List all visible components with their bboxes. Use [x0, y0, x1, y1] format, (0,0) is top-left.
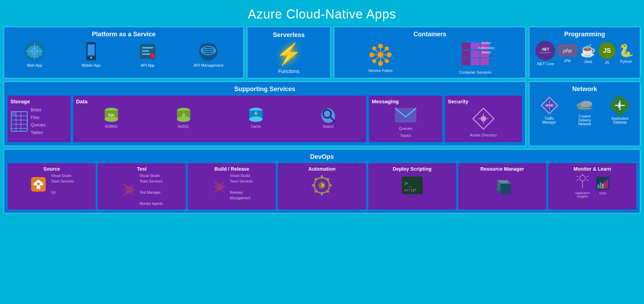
build-release-title: Build / Release [215, 166, 250, 172]
svg-rect-122 [606, 179, 608, 188]
devops-panel: DevOps Source Visual Studio Team Service… [3, 149, 641, 214]
svg-line-113 [577, 179, 578, 180]
svg-rect-49 [11, 112, 16, 116]
lightning-icon: ⚡ [276, 42, 302, 66]
svg-rect-5 [88, 44, 95, 55]
source-item: Source Visual Studio Team Services Git [8, 163, 96, 209]
svg-rect-8 [142, 47, 153, 49]
svg-rect-99 [326, 177, 330, 181]
svg-point-6 [90, 57, 92, 59]
svg-rect-120 [602, 183, 604, 188]
network-panel: Network TrafficManager [529, 81, 641, 146]
mobile-app-item: Mobile App [81, 41, 102, 67]
service-fabric-label: Service Fabric [368, 68, 393, 73]
app-gateway-label: ApplicationGateway [612, 117, 629, 124]
storage-files: Files [31, 114, 45, 122]
source-title: Source [43, 166, 60, 172]
dotnet-item: .NET foundation .NET Core [535, 41, 555, 66]
web-app-item: Web App [24, 41, 45, 67]
svg-rect-98 [326, 190, 330, 193]
programming-panel: Programming .NET foundation .NET Core ph… [529, 27, 641, 79]
svg-text:{}: {} [182, 113, 185, 117]
storage-title: Storage [10, 98, 68, 104]
api-management-label: API Management [194, 63, 223, 67]
svg-rect-9 [142, 50, 149, 52]
test-title: Test [137, 166, 147, 172]
svg-point-66 [481, 116, 486, 121]
data-title: Data [76, 98, 363, 104]
automation-title: Automation [309, 166, 336, 172]
serverless-title: Serverless [273, 31, 305, 39]
svg-rect-118 [598, 185, 599, 188]
svg-line-115 [577, 176, 578, 177]
cdn-item: ContentDeliveryNetwork [575, 96, 594, 126]
network-title: Network [533, 86, 636, 93]
deploy-scripting-title: Deploy Scripting [393, 166, 431, 172]
storage-queues: Queues [31, 121, 45, 129]
svg-rect-94 [321, 192, 323, 195]
rdbms-item: SQL RDBMS [103, 106, 120, 128]
deploy-scripting-item: Deploy Scripting >_ script [368, 163, 456, 209]
app-insights-item: ApplicationInsights [575, 173, 590, 198]
svg-rect-93 [321, 175, 323, 179]
oms-item: OMS [596, 176, 610, 195]
monitor-learn-item: Monitor & Learn Applicatio [548, 163, 636, 209]
svg-point-12 [151, 54, 154, 57]
api-management-item: API Management [194, 41, 223, 67]
svg-rect-119 [600, 182, 601, 188]
programming-title: Programming [533, 31, 636, 38]
svg-line-30 [380, 55, 387, 61]
cdn-label: ContentDeliveryNetwork [578, 114, 591, 126]
svg-point-110 [580, 175, 585, 181]
devops-title: DevOps [8, 153, 636, 161]
api-app-item: API App [137, 41, 158, 67]
storage-sub-panel: Storage Blobs Files [8, 96, 71, 142]
mobile-app-label: Mobile App [82, 63, 101, 67]
storage-blobs: Blobs [31, 106, 45, 114]
storage-tables: Tables [31, 129, 45, 137]
monitor-learn-title: Monitor & Learn [573, 166, 611, 172]
svg-line-114 [587, 179, 589, 180]
web-app-label: Web App [27, 63, 42, 67]
svg-point-60 [249, 117, 262, 122]
svg-rect-96 [328, 184, 332, 186]
svg-rect-33 [461, 43, 470, 50]
svg-rect-10 [142, 53, 151, 55]
serverless-panel: Serverless ⚡ Functions [247, 27, 331, 79]
svg-text:SQL: SQL [108, 113, 115, 117]
nosql-label: NoSQL [178, 125, 189, 128]
page-title: Azure Cloud-Native Apps [3, 3, 641, 27]
rdbms-label: RDBMS [105, 125, 118, 128]
svg-line-116 [587, 176, 589, 177]
svg-rect-100 [314, 190, 318, 193]
automation-item: Automation [278, 163, 366, 209]
svg-text:script: script [404, 188, 417, 192]
svg-point-56 [177, 117, 190, 122]
cache-label: Cache [251, 125, 261, 128]
svg-point-52 [104, 117, 118, 122]
build-release-item: Build / Release Visual Studio Team Servi… [188, 163, 276, 209]
python-item: 🐍 Python [618, 43, 634, 64]
containers-title: Containers [338, 31, 522, 38]
svg-rect-38 [471, 58, 480, 65]
service-fabric-item: Service Fabric [368, 43, 393, 73]
messaging-topics: Topics [399, 132, 413, 139]
svg-marker-109 [501, 184, 511, 194]
messaging-title: Messaging [372, 98, 439, 104]
svg-rect-121 [604, 181, 606, 188]
traffic-manager-item: TrafficManager [540, 96, 559, 126]
supporting-services-title: Supporting Services [8, 86, 522, 93]
container-services-label: Container Services [459, 70, 491, 74]
active-directory-label: Active Directory [470, 133, 497, 137]
svg-line-31 [380, 49, 387, 55]
containers-panel: Containers [334, 27, 526, 79]
messaging-queues: Queues [399, 125, 413, 132]
js-item: JS JS [599, 42, 615, 65]
svg-rect-97 [314, 177, 318, 181]
messaging-sub-panel: Messaging Queues Topics [369, 96, 442, 142]
supporting-services-panel: Supporting Services Storage [3, 81, 526, 146]
test-item: Test Visual Studio Team Services Test Ma… [98, 163, 186, 209]
svg-rect-95 [312, 184, 315, 186]
svg-line-29 [374, 49, 380, 55]
resource-manager-title: Resource Manager [480, 166, 524, 172]
